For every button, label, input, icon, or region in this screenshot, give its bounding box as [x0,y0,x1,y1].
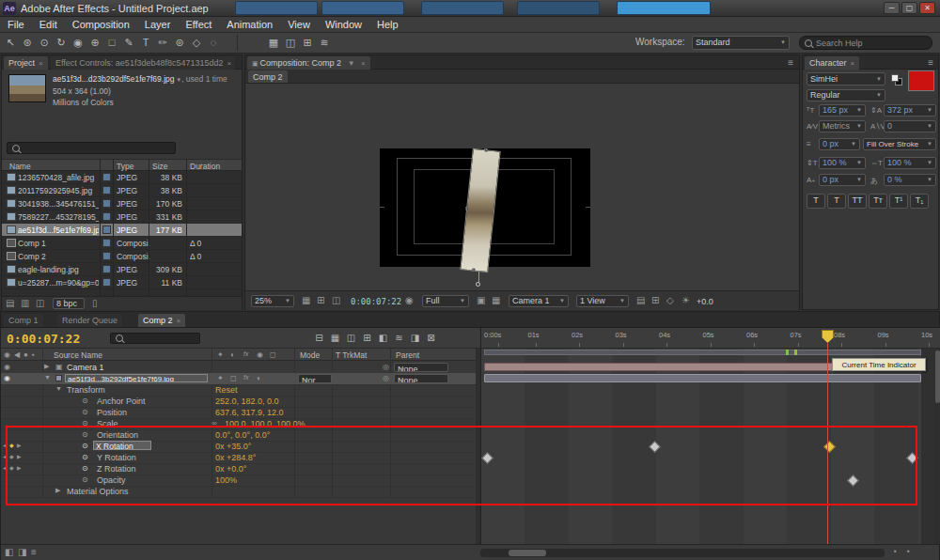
draft-3d-icon[interactable]: ▦ [327,331,343,345]
link-dimensions-icon[interactable]: ∞ [212,419,217,428]
shy-switch-icon[interactable]: ✦ [217,374,224,382]
menu-item-edit[interactable]: Edit [32,17,65,32]
layer-name[interactable]: ae51f3d...3b292df5e1fe7f69.jpg [65,374,208,382]
tab-comp2[interactable]: Comp 2× [138,314,185,327]
expand-in-out-icon[interactable]: ≡ [31,547,37,557]
align-icon[interactable]: ▦ [265,35,282,51]
stopwatch-icon[interactable]: ⊙ [82,430,88,439]
region-of-interest-icon[interactable]: ◫ [332,295,340,305]
project-row[interactable]: 20117592925945.jpgJPEG38 KB [2,184,242,197]
lock-column-icon[interactable]: ▪ [32,350,35,359]
label-color-swatch[interactable] [102,252,111,260]
property-value[interactable]: 0.0°, 0.0°, 0.0° [215,430,270,440]
property-value[interactable]: 0x +0.0° [215,464,246,474]
snap-icon[interactable]: ⊞ [299,35,316,51]
timeline-search-field[interactable] [110,333,200,344]
zoom-in-icon[interactable]: ▪ [907,547,910,555]
stopwatch-icon[interactable]: ⊙ [82,408,88,416]
graph-editor-icon[interactable]: ⊠ [423,331,439,345]
current-time-display[interactable]: 0:00:07:22 [351,297,401,306]
property-value[interactable]: 100.0, 100.0, 100.0% [225,419,306,428]
group-label[interactable]: Material Options [67,487,129,496]
resolution-dropdown[interactable]: Full▼ [422,295,469,307]
fill-mode-dropdown[interactable]: Fill Over Stroke▼ [863,138,936,150]
viewer-tab-comp2[interactable]: Comp 2 [248,70,288,83]
panel-menu-icon[interactable]: ≡ [928,57,933,68]
keyframe-icon[interactable] [481,452,494,464]
project-row[interactable]: Comp 2Composi..nΔ 0 [2,250,242,263]
label-color-swatch[interactable] [55,375,62,381]
external-window-tab[interactable] [235,1,318,15]
timeline-timecode[interactable]: 0:00:07:22 [7,332,80,346]
label-color-swatch[interactable] [102,186,111,194]
stopwatch-icon[interactable]: ⊙ [82,475,88,484]
menu-item-window[interactable]: Window [318,17,369,32]
keyframe-toggle-icon[interactable]: ◆ [9,453,14,459]
active-camera-dropdown[interactable]: Camera 1▼ [509,295,569,307]
eye-icon[interactable]: ◉ [4,374,10,382]
work-area-bar[interactable] [484,350,921,355]
new-composition-icon[interactable]: ◫ [36,298,44,308]
layer-handle[interactable] [465,207,468,210]
comp-marker[interactable] [794,350,797,355]
delete-icon[interactable]: ▯ [92,298,98,308]
type-style-button[interactable]: T₁ [910,194,929,209]
quality-switch-icon[interactable]: ◻ [230,374,237,382]
tool-clone-stamp-icon[interactable]: ⊚ [171,35,188,51]
motion-blur-icon[interactable]: ◧ [375,331,391,345]
property-label-selected[interactable]: X Rotation [93,441,151,450]
tool-unified-camera-icon[interactable]: ◉ [70,35,86,51]
audio-column-icon[interactable]: ◀ [14,350,20,359]
close-icon[interactable]: × [39,59,43,68]
view-layout-dropdown[interactable]: 1 View▼ [576,295,629,307]
label-color-swatch[interactable] [102,212,111,221]
property-value[interactable]: 100% [215,475,237,485]
tool-rotation-icon[interactable]: ↻ [53,35,70,51]
group-label[interactable]: Transform [67,385,105,395]
project-list-header[interactable]: Name Type Size Duration [2,159,242,171]
tool-type-icon[interactable]: T [137,35,154,51]
property-label[interactable]: Scale [97,419,118,428]
zoom-out-icon[interactable]: ▪ [894,547,897,555]
expand-transfer-controls-icon[interactable]: ◨ [18,547,26,557]
label-color-swatch[interactable] [102,173,111,181]
solo-column-icon[interactable]: ● [24,350,28,359]
comp-marker[interactable] [786,350,789,355]
toggle-mask-icon[interactable]: ⊞ [317,295,324,305]
menu-item-layer[interactable]: Layer [137,17,179,32]
tab-character[interactable]: Character× [805,56,859,70]
property-label[interactable]: Position [97,408,127,417]
keyframe-toggle-icon[interactable]: ◆ [9,464,14,471]
stopwatch-icon[interactable]: ⊙ [82,442,88,450]
snapshot-icon[interactable]: ◉ [405,295,414,305]
tool-eraser-icon[interactable]: ◇ [188,35,205,51]
time-ruler[interactable]: 0:00s01s02s03s04s05s06s07s08s09s10s [480,328,940,349]
property-label[interactable]: Z Rotation [97,464,136,474]
menu-item-file[interactable]: File [0,17,32,32]
external-window-tab[interactable] [517,1,600,15]
eye-icon[interactable]: ◉ [4,363,10,371]
comp-mini-flowchart-icon[interactable]: ⊟ [311,331,327,345]
effects-switch-icon[interactable]: fx [243,350,248,357]
auto-keyframe-icon[interactable]: ◨ [407,331,423,345]
pick-whip-icon[interactable]: ◎ [383,374,389,382]
font-family-dropdown[interactable]: SimHei▼ [807,72,885,86]
type-style-button[interactable]: T [827,194,846,209]
expander-icon[interactable]: ▼ [55,385,62,392]
collapse-switch-icon[interactable]: ◐ [230,350,235,359]
property-value[interactable]: 0x +284.8° [215,453,256,462]
workspace-dropdown[interactable]: Standard▼ [692,36,790,50]
scrollbar-thumb[interactable] [509,550,546,556]
new-folder-icon[interactable]: ▥ [21,298,29,308]
property-label[interactable]: Opacity [97,475,126,485]
proportional-grid-icon[interactable]: ≋ [316,35,333,51]
layer-handle[interactable] [472,268,475,271]
menu-item-view[interactable]: View [280,17,318,32]
label-color-swatch[interactable] [102,278,111,287]
project-row[interactable]: 7589227...453278195_2.jpgJPEG331 KB [2,210,242,224]
menu-item-help[interactable]: Help [369,17,406,32]
interpret-footage-icon[interactable]: ▤ [6,298,14,308]
prev-keyframe-icon[interactable]: ◀ [3,464,8,471]
grid-icon[interactable]: ◫ [282,35,299,51]
choose-grid-icon[interactable]: ▦ [302,295,310,305]
